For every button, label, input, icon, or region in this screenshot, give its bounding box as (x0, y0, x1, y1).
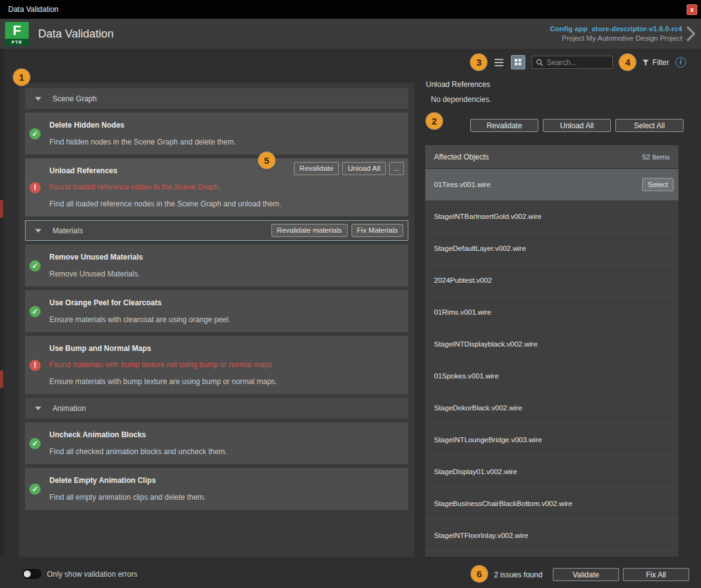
table-row[interactable]: StageDefaultLayer.v002.wire (425, 233, 678, 265)
annotation-2: 2 (426, 113, 443, 129)
object-name: StageINTDisplayblack.v002.wire (434, 340, 538, 348)
check-title: Delete Empty Animation Clips (49, 476, 400, 485)
check-title: Use Orange Peel for Clearcoats (49, 298, 400, 307)
config-link[interactable]: Config app_store-descriptor-v1.6.0-rc4 (550, 24, 682, 34)
more-options-button[interactable]: ... (389, 162, 404, 175)
only-errors-toggle-label: Only show validation errors (47, 570, 138, 579)
check-text: Use Orange Peel for Clearcoats Ensure ma… (49, 298, 400, 324)
toggle-knob (24, 570, 31, 577)
menu-icon[interactable] (493, 58, 505, 68)
header-context: Config app_store-descriptor-v1.6.0-rc4 P… (550, 24, 701, 43)
check-item-uncheck-animation-blocks[interactable]: ✓ Uncheck Animation Blocks Find all chec… (25, 422, 408, 464)
check-description: Ensure materials with bump texture are u… (49, 377, 400, 386)
check-ok-icon: ✓ (29, 260, 41, 271)
check-ok-icon: ✓ (29, 128, 41, 139)
check-title: Delete Hidden Nodes (49, 121, 400, 129)
check-ok-icon: ✓ (29, 306, 41, 317)
section-header-materials[interactable]: Materials Revalidate materials Fix Mater… (25, 220, 408, 241)
toolbar: 3 4 Filter i (470, 54, 686, 71)
unload-all-button[interactable]: Unload All (342, 162, 386, 175)
object-name: 01Rims.v001.wire (434, 308, 491, 316)
check-title: Use Bump and Normal Maps (49, 344, 400, 353)
details-unload-all-button[interactable]: Unload All (543, 119, 611, 132)
app-logo: F PTR (5, 22, 29, 46)
chevron-right-icon[interactable] (686, 26, 696, 42)
table-row[interactable]: StageDekorBlack.v002.wire (425, 392, 678, 424)
check-ok-icon: ✓ (29, 484, 41, 495)
annotation-4: 4 (619, 54, 636, 71)
table-row[interactable]: StageINTBarInsertGold.v002.wire (425, 201, 678, 233)
scroll-track[interactable] (0, 49, 4, 557)
error-marker (0, 370, 3, 388)
section-label: Scene Graph (53, 94, 97, 103)
table-row[interactable]: 2024Pubtest.v002 (425, 265, 678, 297)
table-row[interactable]: StageINTFloorInlay.v002.wire (425, 520, 678, 552)
close-button[interactable]: x (687, 4, 697, 15)
check-description: Find all loaded reference nodes in the S… (49, 200, 400, 208)
details-select-all-button[interactable]: Select All (615, 119, 683, 132)
section-label: Materials (53, 226, 83, 235)
check-error-message: Found loaded reference nodes in the Scen… (49, 183, 400, 191)
info-icon[interactable]: i (675, 57, 686, 68)
table-row[interactable]: StageDisplay01.v002.wire (425, 456, 678, 488)
check-description: Find all checked animation blocks and un… (49, 447, 400, 456)
check-item-remove-unused-materials[interactable]: ✓ Remove Unused Materials Remove Unused … (25, 245, 408, 286)
check-title: Uncheck Animation Blocks (49, 430, 400, 439)
table-row[interactable]: StageINTDisplayblack.v002.wire (425, 328, 678, 360)
config-block: Config app_store-descriptor-v1.6.0-rc4 P… (550, 24, 682, 43)
expander-triangle-icon (35, 407, 41, 410)
logo-badge: PTR (5, 39, 29, 46)
table-row[interactable]: StageINTLoungeBridge.v003.wire (425, 424, 678, 456)
check-item-delete-empty-animation-clips[interactable]: ✓ Delete Empty Animation Clips Find all … (25, 468, 408, 510)
section-header-scene-graph[interactable]: Scene Graph (25, 88, 408, 109)
object-name: StageBusinessChairBlackBottom.v002.wire (434, 500, 572, 507)
object-name: 01Tires.v001.wire (434, 181, 490, 188)
section-header-animation[interactable]: Animation (25, 398, 408, 418)
affected-objects-table: Affected Objects 52 Items 01Tires.v001.w… (425, 145, 678, 557)
object-name: 2024Pubtest.v002 (434, 276, 492, 284)
fix-materials-button[interactable]: Fix Materials (351, 224, 403, 237)
check-actions: Revalidate Unload All ... (294, 162, 404, 175)
only-errors-toggle[interactable] (23, 569, 41, 579)
expander-triangle-icon (35, 97, 41, 101)
error-marker (0, 200, 3, 218)
grid-icon (515, 59, 522, 66)
section-actions: Revalidate materials Fix Materials (271, 224, 403, 237)
details-dependencies-text: No dependencies. (431, 95, 492, 104)
object-name: StageINTBarInsertGold.v002.wire (434, 213, 542, 220)
check-item-delete-hidden-nodes[interactable]: ✓ Delete Hidden Nodes Find hidden nodes … (25, 113, 408, 155)
view-mode-button[interactable] (511, 55, 525, 69)
check-error-message: Found materials with bump texture not us… (49, 360, 400, 369)
issues-found-status: 2 issues found (494, 570, 542, 579)
check-description: Remove Unused Materials. (49, 270, 400, 278)
page-title: Data Validation (38, 28, 114, 41)
fix-all-button[interactable]: Fix All (623, 568, 689, 581)
check-description: Find all empty animation clips and delet… (49, 493, 400, 502)
check-item-orange-peel-clearcoats[interactable]: ✓ Use Orange Peel for Clearcoats Ensure … (25, 290, 408, 332)
details-title: Unload References (426, 80, 490, 89)
table-row[interactable]: 01Tires.v001.wire Select (425, 169, 678, 201)
table-row[interactable]: 01Rims.v001.wire (425, 297, 678, 328)
logo-letter: F (5, 22, 29, 39)
object-name: StageDefaultLayer.v002.wire (434, 245, 526, 252)
check-ok-icon: ✓ (29, 438, 41, 449)
details-revalidate-button[interactable]: Revalidate (470, 119, 538, 132)
check-text: Use Bump and Normal Maps Found materials… (49, 344, 400, 386)
revalidate-materials-button[interactable]: Revalidate materials (271, 224, 348, 237)
search-box[interactable] (532, 56, 613, 69)
select-object-button[interactable]: Select (642, 178, 673, 191)
search-input[interactable] (547, 58, 608, 67)
app-header: F PTR Data Validation Config app_store-d… (0, 19, 701, 49)
revalidate-button[interactable]: Revalidate (294, 162, 339, 175)
check-item-bump-normal-maps[interactable]: ! Use Bump and Normal Maps Found materia… (25, 336, 408, 394)
check-description: Ensure materials with clearcoat are usin… (49, 315, 400, 324)
check-item-unload-references[interactable]: ! Unload References Found loaded referen… (25, 158, 408, 216)
validate-button[interactable]: Validate (553, 568, 619, 581)
items-count-badge: 52 Items (642, 153, 670, 161)
object-name: StageDisplay01.v002.wire (434, 468, 517, 475)
annotation-1: 1 (13, 69, 30, 86)
table-row[interactable]: StageBusinessChairBlackBottom.v002.wire (425, 488, 678, 520)
affected-objects-title: Affected Objects (434, 153, 489, 161)
table-row[interactable]: 01Spokes.v001.wire (425, 360, 678, 392)
filter-button[interactable]: Filter (642, 58, 669, 67)
